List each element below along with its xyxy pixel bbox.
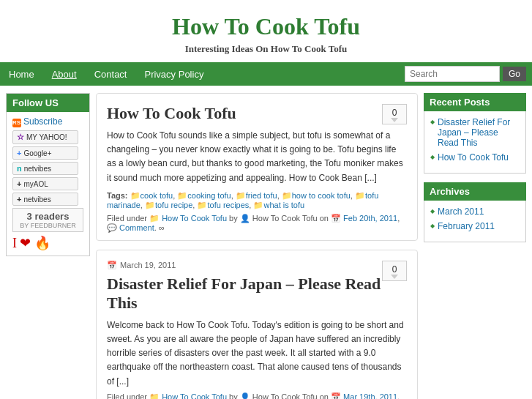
cal-icon: 📅 <box>331 214 341 223</box>
recent-post-item-2: How To Cook Tofu <box>430 152 520 163</box>
folder-icon: 📁 <box>177 191 187 200</box>
post-filed-1: Filed under 📁 How To Cook Tofu by 👤 How … <box>107 214 407 233</box>
recent-post-link-2[interactable]: How To Cook Tofu <box>438 152 509 163</box>
folder-icon: 📁 <box>282 191 292 200</box>
sidebar-right: Recent Posts Disaster Relief For Japan –… <box>424 93 526 251</box>
follow-us-box: Follow US RSSSubscribe ☆ MY YAHOO! + Goo… <box>6 93 90 256</box>
tag-how-to-cook-tofu[interactable]: how to cook tofu <box>292 191 351 200</box>
tag-cooking-tofu[interactable]: cooking tofu <box>187 191 231 200</box>
ilovehate-widget: I ❤ 🔥 <box>12 235 83 251</box>
myaol-btn[interactable]: + myAOL <box>12 177 78 190</box>
nav-about[interactable]: About <box>43 64 86 85</box>
netvibes-btn[interactable]: n netvibes <box>12 162 78 175</box>
search-form: Go <box>399 63 532 85</box>
tag-what-is-tofu[interactable]: what is tofu <box>263 201 304 209</box>
folder-icon: 📁 <box>130 191 141 200</box>
nav-links: Home About Contact Privacy Policy <box>0 64 212 85</box>
google-icon: + <box>17 149 21 157</box>
recent-posts-list: Disaster Relief For Japan – Please Read … <box>430 117 520 163</box>
cal-icon-2: 📅 <box>107 261 117 270</box>
post-title-2: Disaster Relief For Japan – Please Read … <box>107 275 407 313</box>
archive-link-1[interactable]: March 2011 <box>438 206 484 217</box>
main-nav: Home About Contact Privacy Policy Go <box>0 62 532 86</box>
folder-icon: 📁 <box>355 191 365 200</box>
post-filed-2: Filed under 📁 How To Cook Tofu by 👤 How … <box>107 392 407 399</box>
archive-link-2[interactable]: February 2011 <box>438 221 495 231</box>
sidebar-left: Follow US RSSSubscribe ☆ MY YAHOO! + Goo… <box>6 93 90 264</box>
content-area: 0 How To Cook Tofu How to Cook Tofu soun… <box>96 93 418 399</box>
tag-tofu-recipe[interactable]: tofu recipe <box>155 201 192 209</box>
rss-icon: RSS <box>12 119 21 127</box>
heart-icon: I ❤ 🔥 <box>12 236 50 250</box>
post-category-1[interactable]: How To Cook Tofu <box>162 214 227 223</box>
comment-tail <box>391 118 398 122</box>
comment-count-2: 0 <box>382 261 407 281</box>
folder-icon: 📁 <box>149 214 160 223</box>
archives-body: March 2011 February 2011 <box>424 201 526 242</box>
recent-post-item-1: Disaster Relief For Japan – Please Read … <box>430 117 520 148</box>
yahoo-btn[interactable]: ☆ MY YAHOO! <box>12 130 78 144</box>
person-icon: 👤 <box>240 214 250 223</box>
follow-us-title: Follow US <box>7 94 89 112</box>
site-header: How To Cook Tofu Interesting Ideas On Ho… <box>0 0 532 62</box>
google-btn[interactable]: + Google+ <box>12 146 78 160</box>
tag-cook-tofu[interactable]: cook tofu <box>141 191 173 200</box>
folder-icon: 📁 <box>236 191 246 200</box>
post-date-1[interactable]: Feb 20th, 2011 <box>343 214 397 223</box>
feed-count: 3 readers BY FEEDBURNER <box>12 208 83 232</box>
comment-icon: 💬 <box>107 223 117 232</box>
archives-list: March 2011 February 2011 <box>430 206 520 231</box>
permalink-icon: ∞ <box>159 223 165 232</box>
folder-icon: 📁 <box>145 201 155 209</box>
folder-icon-2: 📁 <box>149 392 160 399</box>
post-card-1: 0 How To Cook Tofu How to Cook Tofu soun… <box>96 93 418 241</box>
nav-privacy[interactable]: Privacy Policy <box>135 64 212 85</box>
cal-icon-filed-2: 📅 <box>331 392 341 399</box>
person-icon-2: 👤 <box>240 392 250 399</box>
post-card-2: 0 📅 March 19, 2011 Disaster Relief For J… <box>96 250 418 399</box>
netvibes-icon: n <box>17 164 22 173</box>
post-excerpt-1: How to Cook Tofu sounds like a simple su… <box>107 129 407 185</box>
search-input[interactable] <box>405 66 500 82</box>
yahoo-icon: ☆ <box>17 133 24 142</box>
post-date-line-2: 📅 March 19, 2011 <box>107 261 407 270</box>
post-comment-link-1[interactable]: Comment <box>119 223 154 232</box>
netvibes2-icon: + <box>17 195 21 204</box>
comment-tail-2 <box>391 275 398 279</box>
archives-title: Archives <box>424 182 526 201</box>
archive-item-1: March 2011 <box>430 206 520 217</box>
myaol-icon: + <box>17 179 21 188</box>
subscribe-link[interactable]: RSSSubscribe <box>12 116 83 127</box>
recent-post-link-1[interactable]: Disaster Relief For Japan – Please Read … <box>438 117 520 148</box>
follow-us-body: RSSSubscribe ☆ MY YAHOO! + Google+ n net… <box>7 112 89 256</box>
folder-icon: 📁 <box>197 201 207 209</box>
post-date-2[interactable]: Mar 19th, 2011 <box>343 392 397 399</box>
archives-box: Archives March 2011 February 2011 <box>424 182 526 242</box>
recent-posts-title: Recent Posts <box>424 93 526 111</box>
folder-icon: 📁 <box>253 201 263 209</box>
site-title: How To Cook Tofu <box>7 13 525 40</box>
nav-contact[interactable]: Contact <box>86 64 136 85</box>
tag-tofu-recipes[interactable]: tofu recipes <box>207 201 249 209</box>
recent-posts-box: Recent Posts Disaster Relief For Japan –… <box>424 93 526 174</box>
comment-count-1: 0 <box>382 104 407 124</box>
search-button[interactable]: Go <box>503 67 526 81</box>
post-excerpt-2: Welcome back to How To Cook Tofu. Today'… <box>107 318 407 389</box>
post-title-1: How To Cook Tofu <box>107 104 407 123</box>
recent-posts-body: Disaster Relief For Japan – Please Read … <box>424 111 526 174</box>
post-tags-1: Tags: 📁cook tofu, 📁cooking tofu, 📁fried … <box>107 191 407 210</box>
netvibes2-btn[interactable]: + netvibes <box>12 193 78 206</box>
archive-item-2: February 2011 <box>430 221 520 231</box>
nav-home[interactable]: Home <box>0 64 43 85</box>
post-category-2[interactable]: How To Cook Tofu <box>162 392 227 399</box>
site-tagline: Interesting Ideas On How To Cook Tofu <box>7 43 525 55</box>
tag-fried-tofu[interactable]: fried tofu <box>246 191 277 200</box>
main-layout: Follow US RSSSubscribe ☆ MY YAHOO! + Goo… <box>0 86 532 399</box>
